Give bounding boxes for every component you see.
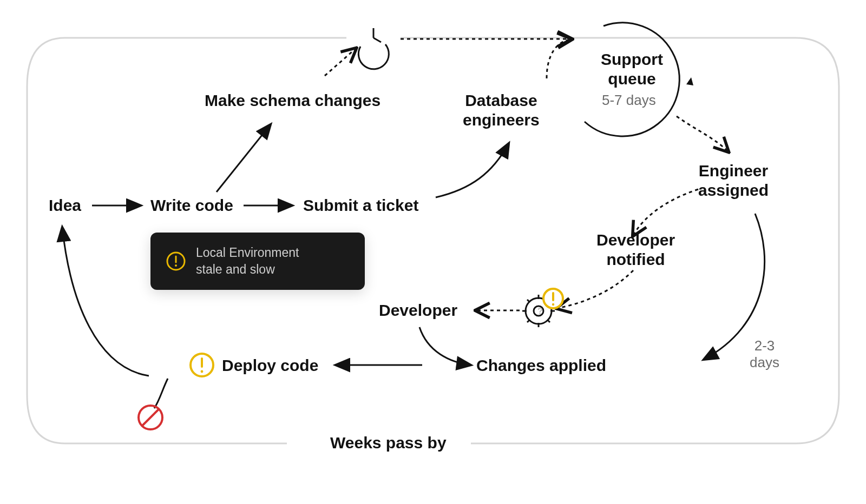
node-database-engineers: Database engineers	[463, 91, 540, 130]
footer-label: Weeks pass by	[319, 434, 457, 452]
warning-icon-toast	[166, 251, 186, 271]
arrow-queue-to-assigned	[677, 116, 728, 151]
warning-icon-gear	[543, 289, 563, 308]
arrow-writecode-to-schema	[216, 124, 271, 192]
svg-point-2	[139, 406, 162, 429]
clock-icon	[358, 28, 389, 69]
arrow-deploy-to-error	[154, 379, 168, 408]
node-write-code: Write code	[150, 196, 233, 215]
diagram-svg: ?	[0, 0, 866, 504]
svg-point-6	[201, 370, 204, 373]
node-changes-applied: Changes applied	[476, 356, 606, 375]
node-deploy-code: Deploy code	[222, 356, 318, 375]
svg-line-3	[142, 409, 159, 426]
toast-line2: stale and slow	[196, 261, 299, 278]
svg-line-11	[527, 300, 530, 302]
node-support-queue-days: 5-7 days	[602, 92, 656, 109]
node-developer: Developer	[379, 301, 457, 320]
arrow-developer-to-changes	[419, 327, 471, 365]
svg-point-4	[191, 354, 213, 376]
svg-text:?: ?	[537, 307, 543, 316]
node-developer-notified: Developer notified	[596, 230, 675, 269]
svg-point-21	[175, 264, 177, 267]
svg-line-13	[527, 320, 530, 322]
arrow-notified-to-gear	[557, 270, 633, 308]
toast-local-env: Local Environment stale and slow	[150, 233, 365, 290]
svg-line-12	[547, 300, 550, 302]
node-submit-ticket: Submit a ticket	[303, 196, 418, 215]
toast-text: Local Environment stale and slow	[196, 244, 299, 278]
arrow-ticket-to-dbe	[436, 143, 509, 197]
toast-line1: Local Environment	[196, 244, 299, 261]
diagram-stage: ? Idea Write code Make schema changes Su…	[0, 0, 866, 504]
node-engineer-assigned: Engineer assigned	[698, 161, 769, 200]
node-changes-days: 2-3 days	[750, 337, 779, 371]
svg-line-1	[373, 38, 381, 42]
arrow-deploy-to-idea	[62, 227, 149, 376]
node-make-schema-changes: Make schema changes	[205, 91, 380, 110]
node-idea: Idea	[49, 196, 81, 215]
no-entry-icon	[139, 406, 162, 429]
svg-point-18	[552, 303, 554, 306]
svg-line-14	[547, 320, 550, 322]
svg-point-16	[543, 289, 563, 308]
arrow-dbe-to-queue	[547, 39, 571, 78]
warning-icon-deploy	[191, 354, 213, 376]
arrow-assigned-to-notified	[633, 189, 698, 235]
gear-icon: ?	[522, 295, 555, 327]
arrow-schema-to-clock	[325, 49, 356, 76]
node-support-queue: Support queue	[601, 50, 663, 89]
